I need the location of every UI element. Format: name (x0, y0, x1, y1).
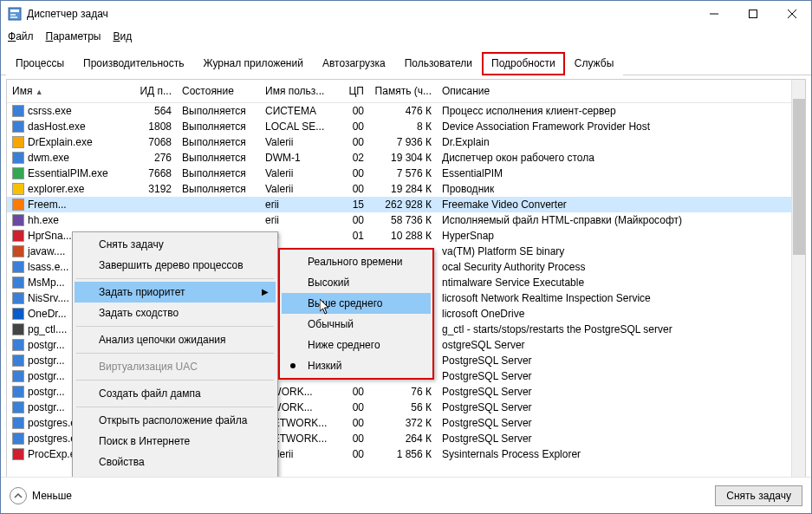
table-row[interactable]: explorer.exe3192ВыполняетсяValerii0019 2… (7, 181, 791, 197)
table-row[interactable]: hh.exeerii0058 736 КИсполняемый файл HTM… (7, 212, 791, 228)
cell-mem: 7 576 К (369, 166, 437, 181)
menu-file[interactable]: Файл (8, 30, 34, 42)
cell-mem: 1 856 К (369, 446, 437, 462)
menu-item[interactable]: Выше среднего (282, 293, 431, 314)
end-task-button[interactable]: Снять задачу (715, 485, 802, 506)
tab-processes[interactable]: Процессы (6, 52, 74, 75)
menu-item[interactable]: Задать сходство (75, 303, 276, 323)
menu-separator (76, 326, 274, 327)
cell-cpu: 00 (338, 384, 369, 400)
col-mem[interactable]: Память (ч... (369, 80, 437, 103)
close-button[interactable] (772, 2, 811, 27)
cell-cpu: 00 (338, 400, 369, 415)
fewer-details-button[interactable]: Меньше (10, 487, 72, 504)
cell-cpu: 00 (338, 103, 369, 120)
col-name[interactable]: Имя ▲ (7, 80, 128, 103)
col-state[interactable]: Состояние (177, 80, 260, 103)
process-name: Freem... (28, 198, 67, 211)
menu-options[interactable]: Параметры (46, 30, 101, 42)
process-name: postgr... (28, 370, 65, 382)
table-row[interactable]: dwm.exe276ВыполняетсяDWM-10219 304 КДисп… (7, 150, 791, 166)
process-name: postgr... (28, 401, 65, 413)
cell-desc: Диспетчер окон рабочего стола (437, 150, 791, 166)
cell-mem: 10 288 К (369, 228, 437, 244)
cell-desc: Sysinternals Process Explorer (437, 446, 791, 462)
cell-desc: g_ctl - starts/stops/restarts the Postgr… (437, 322, 791, 337)
minimize-button[interactable] (694, 2, 733, 27)
cell-user: Valerii (260, 166, 338, 181)
process-name: pg_ctl.... (28, 323, 67, 335)
menu-item[interactable]: Завершить дерево процессов (75, 255, 276, 276)
col-cpu[interactable]: ЦП (338, 80, 369, 103)
cell-cpu: 15 (338, 197, 369, 212)
process-icon (12, 120, 24, 133)
cell-desc: HyperSnap (437, 228, 791, 244)
process-icon (12, 152, 24, 164)
menu-item[interactable]: Низкий (282, 355, 431, 376)
process-icon (12, 277, 24, 289)
table-row[interactable]: dasHost.exe1808ВыполняетсяLOCAL SE...008… (7, 119, 791, 134)
process-name: dasHost.exe (28, 120, 86, 133)
process-icon (12, 214, 24, 226)
process-name: csrss.exe (28, 105, 72, 117)
cell-state: Выполняется (177, 150, 260, 166)
cell-desc: ocal Security Authority Process (437, 259, 791, 275)
table-row[interactable]: EssentialPIM.exe7668ВыполняетсяValerii00… (7, 166, 791, 181)
cell-cpu: 00 (338, 212, 369, 228)
menu-separator (76, 353, 274, 354)
tab-users[interactable]: Пользователи (395, 52, 482, 75)
cell-mem: 8 К (369, 119, 437, 134)
table-row[interactable]: Freem...erii15262 928 КFreemake Video Co… (7, 197, 791, 212)
cell-cpu: 00 (338, 181, 369, 197)
table-row[interactable]: csrss.exe564ВыполняетсяСИСТЕМА00476 КПро… (7, 103, 791, 120)
menu-item[interactable]: Снять задачу (75, 234, 276, 255)
col-pid[interactable]: ИД п... (128, 80, 177, 103)
menu-item[interactable]: Обычный (282, 314, 431, 335)
table-row[interactable]: DrExplain.exe7068ВыполняетсяValerii007 9… (7, 134, 791, 150)
menu-item[interactable]: Поиск в Интернете (75, 431, 276, 452)
process-icon (12, 370, 24, 382)
cell-desc: PostgreSQL Server (437, 384, 791, 400)
menu-item[interactable]: Свойства (75, 452, 276, 472)
process-name: OneDr... (28, 308, 67, 320)
cell-state (177, 212, 260, 228)
process-icon (12, 105, 24, 117)
maximize-button[interactable] (733, 2, 772, 27)
cell-cpu: 00 (338, 119, 369, 134)
submenu-arrow-icon: ▶ (262, 287, 269, 296)
cell-mem: 264 К (369, 431, 437, 446)
tab-details[interactable]: Подробности (482, 52, 565, 75)
cell-pid: 7668 (128, 166, 177, 181)
cell-pid: 3192 (128, 181, 177, 197)
menu-item[interactable]: Анализ цепочки ожидания (75, 329, 276, 350)
menu-item[interactable]: Задать приоритет▶ (75, 282, 276, 303)
process-icon (12, 355, 24, 367)
process-name: javaw.... (28, 245, 65, 257)
cell-desc: Исполняемый файл HTML-справки (Майкрософ… (437, 212, 791, 228)
vertical-scrollbar[interactable] (791, 80, 805, 499)
tab-services[interactable]: Службы (565, 52, 623, 75)
col-user[interactable]: Имя польз... (260, 80, 338, 103)
menu-item[interactable]: Ниже среднего (282, 335, 431, 355)
tab-startup[interactable]: Автозагрузка (313, 52, 395, 75)
cell-user: СИСТЕМА (260, 103, 338, 120)
menu-separator (76, 278, 274, 279)
menu-view[interactable]: Вид (113, 30, 132, 42)
cell-cpu: 00 (338, 446, 369, 462)
menu-item[interactable]: Высокий (282, 272, 431, 293)
process-name: dwm.exe (28, 152, 69, 164)
svg-rect-1 (10, 10, 19, 12)
cell-mem: 58 736 К (369, 212, 437, 228)
scroll-thumb[interactable] (793, 99, 805, 255)
menu-item[interactable]: Реального времени (282, 251, 431, 272)
tab-apphistory[interactable]: Журнал приложений (194, 52, 313, 75)
cell-desc: PostgreSQL Server (437, 400, 791, 415)
col-desc[interactable]: Описание (437, 80, 791, 103)
process-name: postgr... (28, 339, 65, 351)
tab-performance[interactable]: Производительность (74, 52, 193, 75)
cell-mem: 262 928 К (369, 197, 437, 212)
menu-item[interactable]: Открыть расположение файла (75, 410, 276, 431)
menu-item[interactable]: Создать файл дампа (75, 383, 276, 404)
cell-mem: 19 284 К (369, 181, 437, 197)
process-icon (12, 417, 24, 429)
